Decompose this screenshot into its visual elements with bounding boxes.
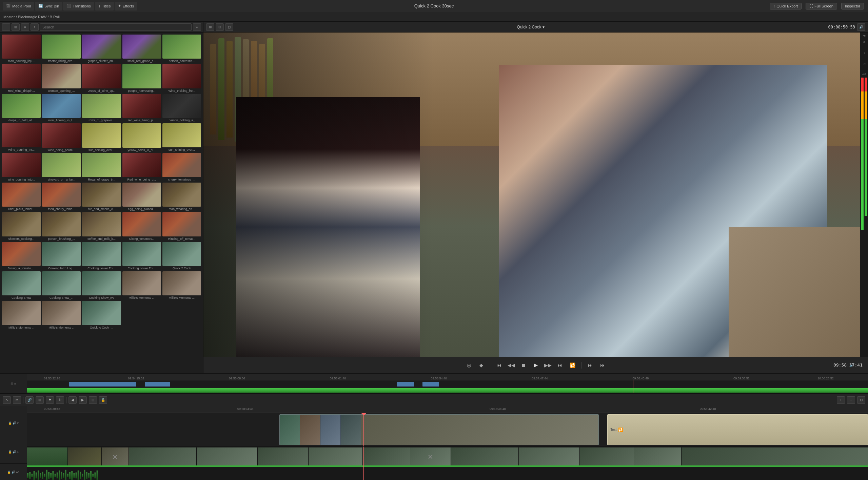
media-item-46[interactable]: Millie's Moments ... [2,301,41,329]
nav-clip-3[interactable] [397,382,414,387]
skip-next-button[interactable]: ⏭ [586,360,595,370]
media-item-35[interactable]: Rinsing_off_tomat... [162,212,201,240]
jog-wheel-button[interactable]: ◎ [464,360,474,370]
timeline-lock-button[interactable]: 🔒 [99,396,107,404]
play-button[interactable]: ▶ [531,360,540,370]
media-item-45[interactable]: Millie's Moments ... [162,271,201,299]
media-item-1[interactable]: man_pouring_liqu... [2,35,41,63]
media-item-21[interactable]: wine_pouring_into... [2,153,41,181]
sort-button[interactable]: ↕ [31,23,39,31]
nav-clip-4[interactable] [422,382,439,387]
media-item-23[interactable]: Rows_of_grape_tr... [82,153,121,181]
timeline-fit-button[interactable]: ⊡ [857,396,865,404]
v1-sub-clip-4[interactable] [129,447,197,466]
timeline-snap-button[interactable]: ⊞ [36,396,44,404]
media-item-33[interactable]: coffee_and_milk_b... [82,212,121,240]
media-item-39[interactable]: Cooking Lower Thi... [122,242,161,270]
track-v1-lock-icon[interactable]: 🔒 [8,450,12,454]
media-item-2[interactable]: tractor_riding_ove... [42,35,81,63]
media-item-6[interactable]: Red_wine_drippin... [2,64,41,92]
v1-sub-clip-12[interactable] [580,447,634,466]
marker-button[interactable]: ◆ [476,360,486,370]
media-item-25[interactable]: cherry_tomatoes_... [162,153,201,181]
tab-sync-bin[interactable]: 🔄 Sync Bin [35,2,62,11]
media-item-27[interactable]: fried_cherry_toma... [42,183,81,211]
tab-transitions[interactable]: ⬛ Transitions [63,2,94,11]
media-item-47[interactable]: Millie's Moments ... [42,301,81,329]
v1-sub-clip-1[interactable] [27,447,68,466]
media-item-31[interactable]: skewers_cooking... [2,212,41,240]
media-item-10[interactable]: Wine_trickling_fro... [162,64,201,92]
v1-sub-clip-9[interactable]: ✕ [410,447,451,466]
media-item-43[interactable]: Cooking Show_Ivc [82,271,121,299]
v1-sub-clip-2[interactable] [68,447,102,466]
media-item-36[interactable]: Slicing_a_tomato_... [2,242,41,270]
search-input[interactable] [40,23,192,31]
tab-effects[interactable]: ✦ Effects [115,2,137,11]
timeline-match-button[interactable]: ⊞ [89,396,97,404]
media-item-19[interactable]: yellow_fields_in_bl... [122,123,161,151]
media-item-11[interactable]: drops_in_field_at... [2,94,41,122]
media-item-16[interactable]: Wine_pouring_Int... [2,123,41,151]
timeline-link-button[interactable]: 🔗 [25,396,34,404]
v1-sub-clip-14[interactable] [682,447,868,466]
timeline-flag2-button[interactable]: ⚐ [56,396,64,404]
full-screen-button[interactable]: ⛶ Full Screen [806,3,837,9]
v1-sub-clip-7[interactable] [309,447,363,466]
media-item-29[interactable]: egg_being_placed... [122,183,161,211]
fast-forward-button[interactable]: ▶▶ [543,360,553,370]
nav-clip-2[interactable] [145,382,170,387]
media-item-41[interactable]: Cooking Show [2,271,41,299]
preview-tool-3[interactable]: ◻ [225,23,233,31]
v1-sub-clip-8[interactable] [363,447,410,466]
media-item-7[interactable]: woman_opening_... [42,64,81,92]
track-v1-audio-icon[interactable]: 🔊 [13,450,16,454]
timeline-tool-cut[interactable]: ✂ [13,396,21,404]
preview-volume[interactable]: 🔊 [857,23,865,31]
loop-button[interactable]: 🔁 [568,360,577,370]
skip-to-start-button[interactable]: ⏮ [494,360,504,370]
media-item-32[interactable]: person_brushing_... [42,212,81,240]
media-item-8[interactable]: Drops_of_wine_sp... [82,64,121,92]
media-item-22[interactable]: vineyard_on_a_far... [42,153,81,181]
volume-icon[interactable]: 🔊 [850,363,854,367]
timeline-tool-select[interactable]: ↖ [3,396,11,404]
v1-sub-clip-13[interactable] [634,447,682,466]
media-item-12[interactable]: river_flowing_in_t... [42,94,81,122]
media-item-40[interactable]: Quick 2 Cook [162,242,201,270]
preview-title[interactable]: Quick 2 Cook ▾ [517,25,545,29]
media-item-20[interactable]: sun_shining_over... [162,123,201,151]
v1-sub-clip-11[interactable] [519,447,580,466]
track-v2-lock-icon[interactable]: 🔒 [8,421,12,425]
media-item-26[interactable]: Chef_picks_tomat... [2,183,41,211]
rewind-button[interactable]: ◀◀ [507,360,516,370]
media-item-38[interactable]: Cooking Lower Thi... [82,242,121,270]
media-item-44[interactable]: Millie's Moments ... [122,271,161,299]
media-item-37[interactable]: Cooking Intro Log... [42,242,81,270]
v1-sub-clip-10[interactable] [451,447,519,466]
timeline-zoom-out[interactable]: - [847,396,855,404]
v1-sub-clip-6[interactable] [258,447,309,466]
view-list-button[interactable]: ☰ [2,23,10,31]
v2-text-clip[interactable]: Text 🔁 [607,414,868,445]
v1-sub-clip-3[interactable]: ✕ [102,447,129,466]
tab-titles[interactable]: T Titles [95,2,114,11]
media-item-28[interactable]: fire_and_smoke_c... [82,183,121,211]
inspector-button[interactable]: Inspector [841,3,864,9]
timeline-flag-button[interactable]: ⚑ [46,396,54,404]
skip-to-end-button[interactable]: ⏭ [555,360,565,370]
view-grid-button[interactable]: ⊞ [12,23,20,31]
media-item-24[interactable]: Red_wine_being_p... [122,153,161,181]
skip-prev-button[interactable]: ⏮ [598,360,607,370]
media-item-34[interactable]: Slicing_tomatoes... [122,212,161,240]
media-item-30[interactable]: man_wearing_an... [162,183,201,211]
track-a1-lock-icon[interactable]: 🔒 [7,471,11,474]
v2-clip-main[interactable] [279,414,599,445]
media-item-42[interactable]: Cooking Show_... [42,271,81,299]
media-item-4[interactable]: small_red_grape_c... [122,35,161,63]
media-item-9[interactable]: people_harvesting... [122,64,161,92]
media-item-15[interactable]: person_holding_a_ [162,94,201,122]
media-item-5[interactable]: person_harvestin... [162,35,201,63]
media-item-3[interactable]: grapes_cluster_on... [82,35,121,63]
track-v2-audio-icon[interactable]: 🔊 [13,421,16,425]
